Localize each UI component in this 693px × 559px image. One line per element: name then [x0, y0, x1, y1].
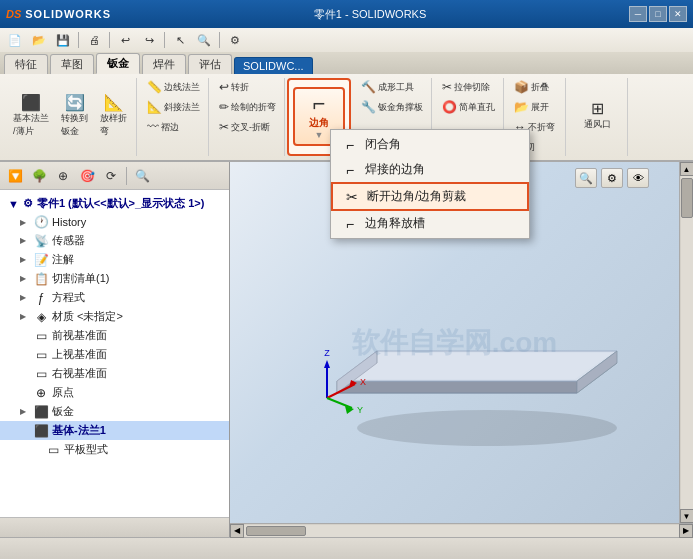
annotation-icon: 📝 [33, 253, 49, 267]
cross-break-icon: ✂ [219, 120, 229, 134]
vertical-scrollbar[interactable]: ▲ ▼ [679, 162, 693, 523]
refresh-button[interactable]: ⟳ [100, 165, 122, 187]
menu-item-corner-relief[interactable]: ⌐ 边角释放槽 [331, 211, 529, 236]
tree-label-top: 上视基准面 [52, 347, 107, 362]
close-button[interactable]: ✕ [669, 6, 687, 22]
tree-item-sheetmetal[interactable]: ▶ ⬛ 钣金 [0, 402, 229, 421]
tab-sketch[interactable]: 草图 [50, 54, 94, 74]
new-button[interactable]: 📄 [4, 30, 26, 50]
svg-text:Y: Y [357, 405, 363, 415]
tree-item-base-flange[interactable]: ▶ ⬛ 基体-法兰1 [0, 421, 229, 440]
btn-vent[interactable]: ⊞ 通风口 [579, 98, 616, 134]
tree-item-origin[interactable]: ▶ ⊕ 原点 [0, 383, 229, 402]
tree-arrow-material: ▶ [20, 312, 30, 321]
scroll-left-button[interactable]: ◀ [230, 524, 244, 538]
scroll-thumb-v[interactable] [681, 178, 693, 218]
tree-item-history[interactable]: ▶ 🕐 History [0, 213, 229, 231]
btn-fold[interactable]: 📦 折叠 [510, 78, 553, 96]
btn-extruded-cut[interactable]: ✂ 拉伸切除 [438, 78, 494, 96]
menu-item-weld-corner[interactable]: ⌐ 焊接的边角 [331, 157, 529, 182]
scroll-down-button[interactable]: ▼ [680, 509, 694, 523]
btn-sheet-gusset[interactable]: 🔧 钣金角撑板 [357, 98, 427, 116]
canvas-view-btn[interactable]: 👁 [627, 168, 649, 188]
window-controls[interactable]: ─ □ ✕ [629, 6, 687, 22]
redo-button[interactable]: ↪ [138, 30, 160, 50]
tree-item-flat-pattern[interactable]: ▶ ▭ 平板型式 [0, 440, 229, 459]
group-basic-flange: ⬛ 基本法兰/薄片 🔄 转换到钣金 📐 放样折弯 [4, 78, 137, 156]
tree-arrow-sensor: ▶ [20, 236, 30, 245]
scroll-up-button[interactable]: ▲ [680, 162, 694, 176]
btn-convert[interactable]: 🔄 转换到钣金 [56, 92, 93, 141]
tree-item-sensor[interactable]: ▶ 📡 传感器 [0, 231, 229, 250]
btn-forming-tool[interactable]: 🔨 成形工具 [357, 78, 418, 96]
tree-button[interactable]: 🌳 [28, 165, 50, 187]
tree-root-arrow: ▼ [8, 198, 19, 210]
canvas-search-btn-1[interactable]: 🔍 [575, 168, 597, 188]
tree-arrow-cutlist: ▶ [20, 274, 30, 283]
btn-jog[interactable]: ↩ 转折 [215, 78, 253, 96]
filter-button[interactable]: 🔽 [4, 165, 26, 187]
3d-part-svg: Z X Y [297, 233, 657, 453]
btn-basic-flange[interactable]: ⬛ 基本法兰/薄片 [8, 92, 54, 141]
tab-weld[interactable]: 焊件 [142, 54, 186, 74]
zoom-button[interactable]: 🔍 [193, 30, 215, 50]
left-panel: 🔽 🌳 ⊕ 🎯 ⟳ 🔍 ▼ ⚙ 零件1 (默认<<默认>_显示状态 1>) ▶ … [0, 162, 230, 537]
corner-relief-icon: ⌐ [341, 216, 359, 232]
svg-text:Z: Z [324, 348, 330, 358]
tree-arrow-sheetmetal: ▶ [20, 407, 30, 416]
btn-hem[interactable]: 〰 褶边 [143, 118, 183, 136]
open-button[interactable]: 📂 [28, 30, 50, 50]
select-button[interactable]: ↖ [169, 30, 191, 50]
undo-button[interactable]: ↩ [114, 30, 136, 50]
scroll-right-button[interactable]: ▶ [679, 524, 693, 538]
tree-label-history: History [52, 216, 86, 228]
maximize-button[interactable]: □ [649, 6, 667, 22]
btn-sketch-bend[interactable]: ✏ 绘制的折弯 [215, 98, 280, 116]
btn-simple-hole[interactable]: ⭕ 简单直孔 [438, 98, 499, 116]
tab-solidworks[interactable]: SOLIDWC... [234, 57, 313, 74]
canvas-search-btn-2[interactable]: ⚙ [601, 168, 623, 188]
tab-feature[interactable]: 特征 [4, 54, 48, 74]
tab-evaluate[interactable]: 评估 [188, 54, 232, 74]
break-corner-icon: ✂ [343, 189, 361, 205]
btn-unfold[interactable]: 📂 展开 [510, 98, 553, 116]
group-jog: ↩ 转折 ✏ 绘制的折弯 ✂ 交叉-折断 [211, 78, 285, 156]
simple-hole-icon: ⭕ [442, 100, 457, 114]
options-button[interactable]: ⚙ [224, 30, 246, 50]
print-button[interactable]: 🖨 [83, 30, 105, 50]
tree-root-icon: ⚙ [23, 197, 33, 210]
sensor-icon: 📡 [33, 234, 49, 248]
svg-marker-4 [339, 353, 612, 379]
tree-item-front-plane[interactable]: ▶ ▭ 前视基准面 [0, 326, 229, 345]
scroll-thumb-h[interactable] [246, 526, 306, 536]
btn-loft-bend[interactable]: 📐 放样折弯 [95, 92, 132, 141]
save-button[interactable]: 💾 [52, 30, 74, 50]
target-button[interactable]: 🎯 [76, 165, 98, 187]
add-button[interactable]: ⊕ [52, 165, 74, 187]
history-icon: 🕐 [33, 215, 49, 229]
btn-edge-flange[interactable]: 📏 边线法兰 [143, 78, 204, 96]
corner-relief-label: 边角释放槽 [365, 215, 425, 232]
app-name: SOLIDWORKS [25, 8, 111, 20]
tree-item-right-plane[interactable]: ▶ ▭ 右视基准面 [0, 364, 229, 383]
minimize-button[interactable]: ─ [629, 6, 647, 22]
btn-miter-flange[interactable]: 📐 斜接法兰 [143, 98, 204, 116]
group-vent: ⊞ 通风口 [568, 78, 628, 156]
fold-icon: 📦 [514, 80, 529, 94]
horizontal-scrollbar[interactable]: ◀ ▶ [230, 523, 693, 537]
tree-item-annotation[interactable]: ▶ 📝 注解 [0, 250, 229, 269]
search-panel-button[interactable]: 🔍 [131, 165, 153, 187]
tree-label-flat: 平板型式 [64, 442, 108, 457]
menu-item-break-corner[interactable]: ✂ 断开边角/边角剪裁 [331, 182, 529, 211]
tree-root[interactable]: ▼ ⚙ 零件1 (默认<<默认>_显示状态 1>) [0, 194, 229, 213]
tree-item-equations[interactable]: ▶ ƒ 方程式 [0, 288, 229, 307]
tab-sheetmetal[interactable]: 钣金 [96, 53, 140, 74]
svg-line-12 [327, 398, 352, 408]
menu-item-close-corner[interactable]: ⌐ 闭合角 [331, 132, 529, 157]
btn-cross-break[interactable]: ✂ 交叉-折断 [215, 118, 274, 136]
tree-item-cutlist[interactable]: ▶ 📋 切割清单(1) [0, 269, 229, 288]
panel-sep-1 [126, 167, 127, 185]
tree-item-material[interactable]: ▶ ◈ 材质 <未指定> [0, 307, 229, 326]
quick-access-toolbar: 📄 📂 💾 🖨 ↩ ↪ ↖ 🔍 ⚙ [0, 28, 693, 52]
tree-item-top-plane[interactable]: ▶ ▭ 上视基准面 [0, 345, 229, 364]
